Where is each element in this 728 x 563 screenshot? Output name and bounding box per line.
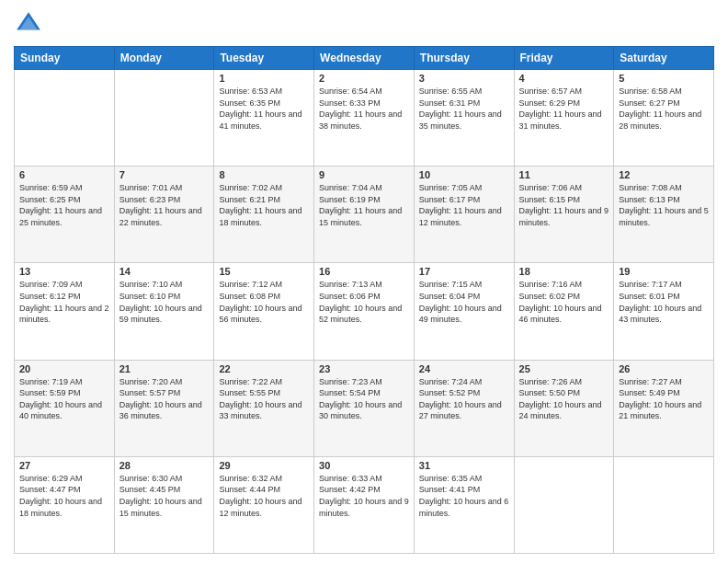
cell-content: Sunrise: 7:08 AM Sunset: 6:13 PM Dayligh… [619, 182, 709, 228]
day-number: 5 [619, 73, 709, 84]
day-number: 9 [319, 169, 409, 180]
calendar-cell: 11Sunrise: 7:06 AM Sunset: 6:15 PM Dayli… [514, 167, 614, 263]
day-number: 28 [119, 460, 210, 471]
day-number: 31 [419, 460, 509, 471]
calendar-cell: 9Sunrise: 7:04 AM Sunset: 6:19 PM Daylig… [314, 167, 415, 263]
cell-content: Sunrise: 7:04 AM Sunset: 6:19 PM Dayligh… [319, 182, 409, 228]
cell-content: Sunrise: 7:13 AM Sunset: 6:06 PM Dayligh… [319, 279, 409, 325]
day-number: 27 [19, 460, 109, 471]
logo [14, 9, 47, 39]
calendar-cell: 31Sunrise: 6:35 AM Sunset: 4:41 PM Dayli… [414, 456, 514, 553]
calendar-cell: 8Sunrise: 7:02 AM Sunset: 6:21 PM Daylig… [214, 167, 314, 263]
calendar-week-row: 20Sunrise: 7:19 AM Sunset: 5:59 PM Dayli… [15, 360, 714, 456]
day-number: 24 [419, 363, 509, 374]
day-number: 6 [19, 169, 109, 180]
calendar-cell: 5Sunrise: 6:58 AM Sunset: 6:27 PM Daylig… [614, 70, 714, 167]
cell-content: Sunrise: 7:09 AM Sunset: 6:12 PM Dayligh… [19, 279, 109, 325]
header [14, 9, 714, 39]
cell-content: Sunrise: 6:58 AM Sunset: 6:27 PM Dayligh… [619, 86, 709, 132]
calendar-cell [614, 456, 714, 553]
cell-content: Sunrise: 6:29 AM Sunset: 4:47 PM Dayligh… [19, 473, 109, 519]
cell-content: Sunrise: 6:33 AM Sunset: 4:42 PM Dayligh… [319, 473, 409, 519]
day-number: 8 [219, 169, 309, 180]
weekday-header: Monday [114, 47, 214, 70]
cell-content: Sunrise: 7:12 AM Sunset: 6:08 PM Dayligh… [219, 279, 309, 325]
calendar-week-row: 13Sunrise: 7:09 AM Sunset: 6:12 PM Dayli… [15, 263, 714, 360]
calendar-cell: 20Sunrise: 7:19 AM Sunset: 5:59 PM Dayli… [15, 360, 115, 456]
weekday-header: Tuesday [214, 47, 314, 70]
day-number: 3 [419, 73, 509, 84]
weekday-header: Sunday [15, 47, 115, 70]
calendar-cell: 24Sunrise: 7:24 AM Sunset: 5:52 PM Dayli… [414, 360, 514, 456]
calendar-cell: 21Sunrise: 7:20 AM Sunset: 5:57 PM Dayli… [114, 360, 214, 456]
cell-content: Sunrise: 6:32 AM Sunset: 4:44 PM Dayligh… [219, 473, 309, 519]
day-number: 25 [519, 363, 609, 374]
calendar-cell: 23Sunrise: 7:23 AM Sunset: 5:54 PM Dayli… [314, 360, 415, 456]
calendar-week-row: 1Sunrise: 6:53 AM Sunset: 6:35 PM Daylig… [15, 70, 714, 167]
cell-content: Sunrise: 6:59 AM Sunset: 6:25 PM Dayligh… [19, 182, 109, 228]
calendar-cell: 2Sunrise: 6:54 AM Sunset: 6:33 PM Daylig… [314, 70, 415, 167]
day-number: 4 [519, 73, 609, 84]
day-number: 14 [119, 266, 210, 277]
calendar-cell: 30Sunrise: 6:33 AM Sunset: 4:42 PM Dayli… [314, 456, 415, 553]
day-number: 21 [119, 363, 210, 374]
cell-content: Sunrise: 7:17 AM Sunset: 6:01 PM Dayligh… [619, 279, 709, 325]
cell-content: Sunrise: 7:16 AM Sunset: 6:02 PM Dayligh… [519, 279, 609, 325]
cell-content: Sunrise: 7:10 AM Sunset: 6:10 PM Dayligh… [119, 279, 210, 325]
calendar-cell: 3Sunrise: 6:55 AM Sunset: 6:31 PM Daylig… [414, 70, 514, 167]
cell-content: Sunrise: 7:01 AM Sunset: 6:23 PM Dayligh… [119, 182, 210, 228]
cell-content: Sunrise: 7:19 AM Sunset: 5:59 PM Dayligh… [19, 376, 109, 422]
day-number: 30 [319, 460, 409, 471]
cell-content: Sunrise: 7:05 AM Sunset: 6:17 PM Dayligh… [419, 182, 509, 228]
calendar-cell: 28Sunrise: 6:30 AM Sunset: 4:45 PM Dayli… [114, 456, 214, 553]
day-number: 15 [219, 266, 309, 277]
logo-icon [14, 9, 43, 39]
cell-content: Sunrise: 7:15 AM Sunset: 6:04 PM Dayligh… [419, 279, 509, 325]
day-number: 19 [619, 266, 709, 277]
calendar-week-row: 6Sunrise: 6:59 AM Sunset: 6:25 PM Daylig… [15, 167, 714, 263]
cell-content: Sunrise: 7:22 AM Sunset: 5:55 PM Dayligh… [219, 376, 309, 422]
calendar-cell: 10Sunrise: 7:05 AM Sunset: 6:17 PM Dayli… [414, 167, 514, 263]
day-number: 7 [119, 169, 210, 180]
cell-content: Sunrise: 7:06 AM Sunset: 6:15 PM Dayligh… [519, 182, 609, 228]
cell-content: Sunrise: 6:55 AM Sunset: 6:31 PM Dayligh… [419, 86, 509, 132]
calendar-cell: 17Sunrise: 7:15 AM Sunset: 6:04 PM Dayli… [414, 263, 514, 360]
day-number: 26 [619, 363, 709, 374]
day-number: 20 [19, 363, 109, 374]
cell-content: Sunrise: 6:54 AM Sunset: 6:33 PM Dayligh… [319, 86, 409, 132]
day-number: 22 [219, 363, 309, 374]
day-number: 13 [19, 266, 109, 277]
cell-content: Sunrise: 7:26 AM Sunset: 5:50 PM Dayligh… [519, 376, 609, 422]
cell-content: Sunrise: 7:02 AM Sunset: 6:21 PM Dayligh… [219, 182, 309, 228]
cell-content: Sunrise: 7:23 AM Sunset: 5:54 PM Dayligh… [319, 376, 409, 422]
day-number: 1 [219, 73, 309, 84]
cell-content: Sunrise: 6:53 AM Sunset: 6:35 PM Dayligh… [219, 86, 309, 132]
calendar-table: SundayMondayTuesdayWednesdayThursdayFrid… [14, 46, 714, 554]
cell-content: Sunrise: 6:57 AM Sunset: 6:29 PM Dayligh… [519, 86, 609, 132]
cell-content: Sunrise: 6:30 AM Sunset: 4:45 PM Dayligh… [119, 473, 210, 519]
calendar-cell: 13Sunrise: 7:09 AM Sunset: 6:12 PM Dayli… [15, 263, 115, 360]
weekday-header: Friday [514, 47, 614, 70]
calendar-week-row: 27Sunrise: 6:29 AM Sunset: 4:47 PM Dayli… [15, 456, 714, 553]
calendar-cell: 19Sunrise: 7:17 AM Sunset: 6:01 PM Dayli… [614, 263, 714, 360]
calendar-cell [514, 456, 614, 553]
calendar-cell: 26Sunrise: 7:27 AM Sunset: 5:49 PM Dayli… [614, 360, 714, 456]
day-number: 17 [419, 266, 509, 277]
calendar-cell: 16Sunrise: 7:13 AM Sunset: 6:06 PM Dayli… [314, 263, 415, 360]
calendar-cell: 7Sunrise: 7:01 AM Sunset: 6:23 PM Daylig… [114, 167, 214, 263]
day-number: 12 [619, 169, 709, 180]
page: SundayMondayTuesdayWednesdayThursdayFrid… [0, 0, 728, 563]
calendar-cell: 15Sunrise: 7:12 AM Sunset: 6:08 PM Dayli… [214, 263, 314, 360]
calendar-cell: 1Sunrise: 6:53 AM Sunset: 6:35 PM Daylig… [214, 70, 314, 167]
weekday-header: Wednesday [314, 47, 415, 70]
cell-content: Sunrise: 6:35 AM Sunset: 4:41 PM Dayligh… [419, 473, 509, 519]
day-number: 23 [319, 363, 409, 374]
calendar-cell: 27Sunrise: 6:29 AM Sunset: 4:47 PM Dayli… [15, 456, 115, 553]
calendar-cell [114, 70, 214, 167]
cell-content: Sunrise: 7:27 AM Sunset: 5:49 PM Dayligh… [619, 376, 709, 422]
cell-content: Sunrise: 7:24 AM Sunset: 5:52 PM Dayligh… [419, 376, 509, 422]
day-number: 10 [419, 169, 509, 180]
day-number: 11 [519, 169, 609, 180]
weekday-header: Thursday [414, 47, 514, 70]
calendar-cell: 25Sunrise: 7:26 AM Sunset: 5:50 PM Dayli… [514, 360, 614, 456]
